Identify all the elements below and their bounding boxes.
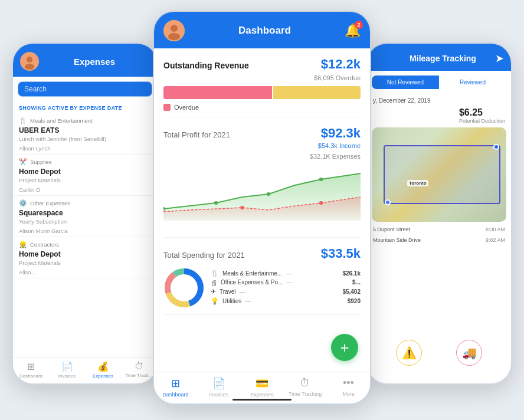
expense-group-other: ⚙️ Other Expenses Squarespace Yearly Sub… bbox=[13, 196, 157, 237]
expense-category: ✂️ Supplies bbox=[13, 155, 157, 167]
invoices-nav-icon: 📄 bbox=[212, 377, 225, 390]
tab-reviewed[interactable]: Reviewed bbox=[439, 76, 506, 89]
overdue-label: $6,095 Overdue bbox=[163, 74, 361, 81]
expense-sub2: Alison Munn Garcia bbox=[13, 227, 157, 237]
map-area: Toronto bbox=[372, 127, 506, 222]
utilities-spending-icon: 💡 bbox=[211, 297, 219, 305]
profit-amount: $92.3k bbox=[310, 126, 361, 141]
mileage-amount: $6.25 bbox=[459, 107, 505, 118]
dashboard-header: Dashboard 🔔 2 bbox=[154, 12, 370, 48]
meals-spending-icon: 🍴 bbox=[211, 270, 219, 277]
revenue-bar bbox=[163, 86, 361, 99]
svg-point-4 bbox=[171, 25, 178, 32]
spending-row: 🍴 Meals & Entertainme... — $26.1k 🖨 Offi… bbox=[163, 267, 361, 309]
map-city-label: Toronto bbox=[407, 180, 428, 186]
warning-icon[interactable]: ⚠️ bbox=[396, 340, 422, 366]
expense-sub2: Aliso... bbox=[13, 268, 157, 278]
bottom-nav: ⊞ Dashboard 📄 Invoices 💰 Expenses ⏱ Time… bbox=[13, 357, 157, 383]
contractors-icon: 👷 bbox=[19, 241, 27, 248]
map-background: Toronto bbox=[372, 127, 506, 222]
expense-sub2: Caitlin O bbox=[13, 186, 157, 195]
avatar bbox=[20, 52, 39, 71]
svg-point-11 bbox=[319, 201, 323, 205]
delivery-icon[interactable]: 🚚 bbox=[456, 340, 482, 366]
dash-nav-timetracking[interactable]: ⏱ Time Tracking bbox=[284, 377, 327, 398]
other-icon: ⚙️ bbox=[19, 199, 27, 207]
mileage-title: Mileage Tracking bbox=[391, 54, 495, 63]
spending-item: ✈ Travel — $5,402 bbox=[211, 288, 361, 296]
spending-item: 🖨 Office Expenses & Po... — $... bbox=[211, 279, 361, 286]
outstanding-revenue-section: Outstanding Revenue $12.2k $6,095 Overdu… bbox=[163, 48, 361, 117]
dash-nav-invoices[interactable]: 📄 Invoices bbox=[197, 377, 240, 398]
total-spending-section: Total Spending for 2021 $33.5k bbox=[163, 238, 361, 315]
bar-overdue bbox=[163, 86, 272, 99]
mileage-date: y, December 22, 2019 bbox=[367, 94, 511, 107]
expenses-title: Expenses bbox=[39, 57, 150, 67]
profit-title: Total Profit for 2021 bbox=[163, 130, 230, 139]
mileage-phone: Mileage Tracking ➤ Not Reviewed Reviewed… bbox=[366, 42, 512, 385]
address-2: Mountain Side Drive bbox=[373, 237, 421, 243]
nav-timetrack[interactable]: ⏱ Time Track... bbox=[121, 361, 157, 379]
svg-point-10 bbox=[240, 206, 244, 209]
more-nav-icon: ••• bbox=[343, 377, 354, 389]
revenue-header: Outstanding Revenue $12.2k bbox=[163, 57, 361, 72]
notification-bell[interactable]: 🔔 2 bbox=[345, 23, 361, 38]
office-spending-icon: 🖨 bbox=[211, 279, 217, 286]
travel-spending-icon: ✈ bbox=[211, 288, 216, 296]
dashboard-title: Dashboard bbox=[185, 25, 345, 37]
expense-category: 👷 Contractors bbox=[13, 237, 157, 250]
nav-dashboard[interactable]: ⊞ Dashboard bbox=[13, 361, 49, 379]
nav-invoices[interactable]: 📄 Invoices bbox=[49, 361, 85, 379]
dash-nav-dashboard[interactable]: ⊞ Dashboard bbox=[154, 377, 197, 398]
tab-not-reviewed[interactable]: Not Reviewed bbox=[372, 76, 439, 89]
expense-sub2: Alison Lynch bbox=[13, 145, 157, 154]
dash-nav-expenses[interactable]: 💳 Expenses bbox=[240, 377, 283, 398]
expenses-icon: 💰 bbox=[97, 361, 109, 372]
timetrack-icon: ⏱ bbox=[135, 361, 144, 372]
send-icon[interactable]: ➤ bbox=[495, 52, 504, 65]
user-avatar bbox=[163, 20, 185, 41]
expense-category: 🍴 Meals and Entertainment bbox=[13, 113, 157, 126]
expenses-phone: Expenses Search SHOWING ACTIVE BY EXPENS… bbox=[12, 42, 158, 385]
svg-point-5 bbox=[168, 33, 180, 40]
mileage-deduction: Potential Deduction bbox=[459, 118, 505, 124]
showing-label: SHOWING ACTIVE BY EXPENSE DATE bbox=[13, 101, 157, 113]
mileage-amount-row: $6.25 Potential Deduction bbox=[367, 107, 511, 125]
svg-point-1 bbox=[27, 57, 32, 63]
bar-remaining bbox=[273, 86, 361, 99]
expense-name: Squarespace bbox=[13, 208, 157, 218]
dashboard-phone: Dashboard 🔔 2 Outstanding Revenue $12.2k… bbox=[153, 11, 371, 405]
timetracking-nav-icon: ⏱ bbox=[300, 377, 310, 389]
dashboard-nav-icon: ⊞ bbox=[171, 377, 180, 390]
total-profit-section: Total Profit for 2021 $92.3k $54.3k Inco… bbox=[163, 117, 361, 238]
dashboard-icon: ⊞ bbox=[27, 361, 35, 372]
nav-expenses[interactable]: 💰 Expenses bbox=[85, 361, 121, 379]
map-route bbox=[384, 145, 500, 204]
expense-category: ⚙️ Other Expenses bbox=[13, 196, 157, 208]
mileage-bottom-icons: ⚠️ 🚚 bbox=[367, 334, 511, 372]
invoices-icon: 📄 bbox=[61, 361, 73, 372]
expenses-header: Expenses bbox=[13, 44, 157, 77]
expense-group-contractors: 👷 Contractors Home Depot Project Materia… bbox=[13, 237, 157, 278]
dash-nav-more[interactable]: ••• More bbox=[327, 377, 370, 398]
profit-labels: $54.3k Income $32.1K Expenses bbox=[310, 141, 361, 162]
dashboard-content: Outstanding Revenue $12.2k $6,095 Overdu… bbox=[154, 48, 370, 375]
spending-item: 🍴 Meals & Entertainme... — $26.1k bbox=[211, 270, 361, 277]
add-fab-button[interactable]: + bbox=[331, 334, 358, 361]
notification-badge: 2 bbox=[355, 21, 363, 29]
overdue-legend: Overdue bbox=[163, 104, 361, 111]
expense-sub: Project Materials bbox=[13, 176, 157, 186]
svg-point-2 bbox=[25, 64, 34, 70]
expense-sub: Project Materials bbox=[13, 259, 157, 268]
svg-point-9 bbox=[319, 178, 323, 181]
search-input[interactable]: Search bbox=[18, 81, 152, 97]
revenue-amount: $12.2k bbox=[321, 57, 361, 72]
profit-header: Total Profit for 2021 $92.3k $54.3k Inco… bbox=[163, 126, 361, 162]
time-2: 9:02 AM bbox=[486, 237, 505, 243]
spending-header: Total Spending for 2021 $33.5k bbox=[163, 246, 361, 261]
svg-point-7 bbox=[214, 201, 218, 205]
expense-sub: Yearly Subscription bbox=[13, 218, 157, 227]
spending-items: 🍴 Meals & Entertainme... — $26.1k 🖨 Offi… bbox=[211, 270, 361, 307]
profit-chart bbox=[163, 168, 361, 227]
meals-icon: 🍴 bbox=[19, 117, 27, 124]
